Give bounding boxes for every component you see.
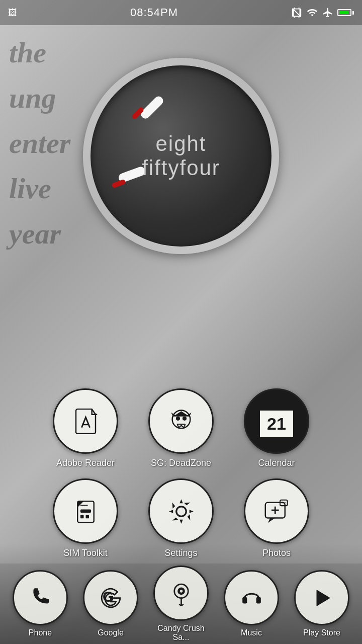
app-row-1: Adobe Reader SG: DeadZone	[10, 388, 352, 468]
svg-rect-4	[111, 179, 126, 189]
svg-rect-26	[256, 597, 260, 603]
dock-play-store[interactable]: Play Store	[289, 570, 354, 637]
app-sg-deadzone[interactable]: SG: DeadZone	[141, 388, 221, 468]
svg-text:G: G	[103, 588, 114, 604]
sg-deadzone-icon	[165, 405, 198, 438]
dock-music[interactable]: Music	[219, 570, 284, 637]
photos-label: Photos	[262, 548, 291, 558]
dock-candy-crush[interactable]: Candy Crush Sa...	[148, 566, 214, 642]
svg-rect-11	[80, 515, 83, 518]
cal-number: 21	[267, 414, 286, 434]
airplane-icon	[322, 7, 333, 18]
sg-deadzone-icon-circle	[148, 388, 214, 454]
clock-hour: eight	[142, 132, 220, 156]
clock-face: eight fiftyfour	[90, 65, 272, 247]
settings-icon-circle	[148, 478, 214, 544]
adobe-reader-label: Adobe Reader	[56, 458, 115, 468]
settings-label: Settings	[164, 548, 197, 558]
svg-rect-10	[80, 509, 90, 513]
app-calendar[interactable]: 21 Calendar	[236, 388, 317, 468]
wifi-icon	[306, 7, 318, 18]
svg-point-14	[176, 506, 186, 516]
google-icon: G	[97, 584, 125, 612]
phone-icon	[27, 584, 54, 612]
cal-body: 21	[259, 411, 294, 438]
music-icon-circle	[224, 570, 279, 625]
app-adobe-reader[interactable]: Adobe Reader	[45, 388, 126, 468]
music-icon	[238, 584, 265, 612]
photos-icon	[260, 495, 293, 528]
google-label: Google	[98, 628, 124, 637]
calendar-icon-box: 21	[259, 405, 294, 438]
svg-point-6	[175, 416, 179, 420]
svg-rect-12	[85, 515, 89, 518]
phone-icon-circle	[13, 570, 68, 625]
calendar-icon-circle: 21	[244, 388, 309, 454]
status-left: 🖼	[8, 8, 17, 18]
sim-toolkit-label: SIM Toolkit	[63, 548, 108, 558]
photos-icon-circle	[244, 478, 309, 544]
sg-deadzone-label: SG: DeadZone	[151, 458, 211, 468]
settings-icon	[165, 495, 198, 528]
svg-rect-25	[242, 597, 247, 603]
svg-point-23	[179, 590, 183, 593]
svg-marker-27	[316, 590, 330, 606]
battery-icon	[337, 9, 354, 16]
candy-crush-icon-circle	[153, 566, 209, 621]
photo-icon: 🖼	[8, 8, 17, 18]
app-settings[interactable]: Settings	[141, 478, 221, 558]
adobe-reader-icon	[69, 405, 102, 438]
svg-rect-1	[139, 95, 165, 121]
dock-google[interactable]: G Google	[78, 570, 143, 637]
sim-toolkit-icon-circle	[53, 478, 118, 544]
phone-label: Phone	[29, 628, 52, 637]
app-grid: Adobe Reader SG: DeadZone	[10, 388, 352, 569]
clock-outer: eight fiftyfour	[83, 58, 279, 254]
svg-point-7	[182, 416, 186, 420]
calendar-label: Calendar	[258, 458, 295, 468]
app-photos[interactable]: Photos	[236, 478, 317, 558]
status-time: 08:54PM	[130, 6, 178, 19]
clock-minute: fiftyfour	[142, 156, 220, 180]
candy-crush-icon	[167, 580, 195, 607]
sim-toolkit-icon	[69, 495, 102, 528]
clock-text: eight fiftyfour	[142, 132, 220, 180]
svg-marker-9	[77, 501, 83, 507]
play-store-icon	[308, 584, 336, 612]
play-store-icon-circle	[294, 570, 349, 625]
vibrate-icon	[291, 7, 302, 18]
dock-phone[interactable]: Phone	[8, 570, 73, 637]
play-store-label: Play Store	[303, 628, 340, 637]
status-bar: 🖼 08:54PM	[0, 0, 362, 25]
adobe-reader-icon-circle	[53, 388, 118, 454]
music-label: Music	[241, 628, 262, 637]
app-sim-toolkit[interactable]: SIM Toolkit	[45, 478, 126, 558]
dock: Phone G Google Candy Crush Sa...	[0, 564, 362, 644]
cal-header	[259, 405, 294, 411]
status-right	[291, 7, 354, 18]
clock-widget[interactable]: eight fiftyfour	[80, 55, 282, 257]
app-row-2: SIM Toolkit Settings	[10, 478, 352, 558]
google-icon-circle: G	[83, 570, 138, 625]
candy-crush-label: Candy Crush Sa...	[148, 624, 214, 642]
